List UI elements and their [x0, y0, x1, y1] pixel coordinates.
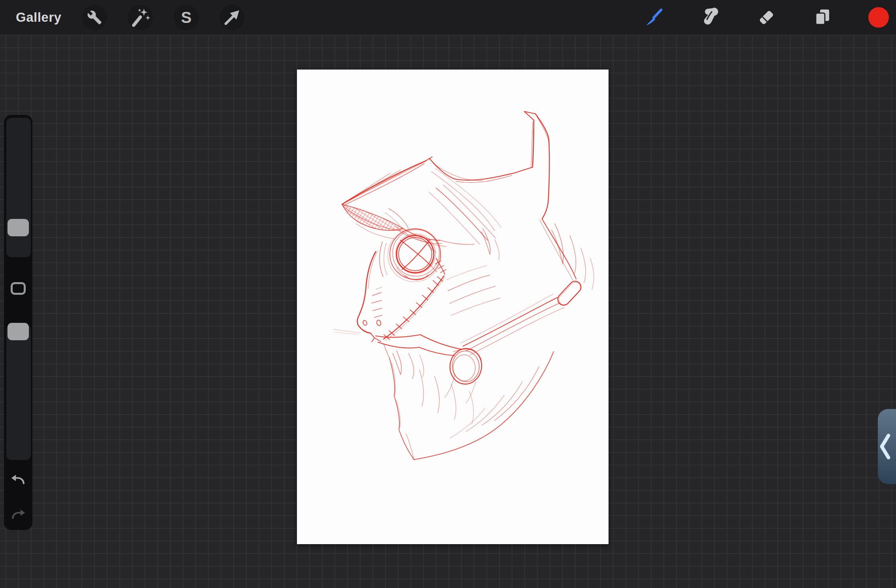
color-swatch-icon: [866, 5, 891, 30]
opacity-slider[interactable]: [6, 324, 31, 460]
paintbrush-icon: [641, 5, 667, 30]
color-swatch-button[interactable]: [866, 5, 891, 30]
selection-button[interactable]: S: [174, 5, 199, 30]
eraser-tool-button[interactable]: [754, 5, 779, 30]
brush-tool-button[interactable]: [641, 5, 667, 30]
smudge-tool-button[interactable]: [698, 5, 723, 30]
svg-text:S: S: [181, 9, 192, 26]
red-sketch-artwork: [297, 70, 609, 544]
modify-button[interactable]: [11, 282, 26, 295]
undo-icon: [9, 471, 27, 489]
wrench-icon: [82, 5, 107, 30]
sidebar-pull-tab[interactable]: [878, 409, 896, 484]
actions-button[interactable]: [82, 5, 107, 30]
drawing-canvas[interactable]: [297, 70, 609, 544]
smudge-icon: [698, 5, 723, 30]
eraser-icon: [754, 5, 779, 30]
adjustments-button[interactable]: [128, 5, 153, 30]
opacity-slider-handle[interactable]: [8, 323, 29, 340]
top-toolbar: Gallery S: [0, 0, 896, 35]
procreate-window: Gallery S: [0, 0, 896, 588]
transform-button[interactable]: [219, 5, 245, 30]
layers-tool-button[interactable]: [810, 5, 835, 30]
undo-button[interactable]: [9, 471, 27, 489]
chevron-left-icon: [878, 431, 894, 462]
magic-wand-icon: [128, 5, 153, 30]
redo-icon: [9, 506, 27, 524]
transform-arrow-icon: [219, 5, 245, 30]
layers-icon: [810, 5, 835, 30]
brush-sidebar: [4, 115, 32, 530]
redo-button[interactable]: [9, 506, 27, 524]
toolbar-right-group: [641, 5, 891, 30]
brush-size-slider-handle[interactable]: [8, 219, 29, 236]
selection-s-icon: S: [174, 5, 199, 30]
gallery-button[interactable]: Gallery: [16, 10, 61, 25]
brush-size-slider[interactable]: [6, 118, 31, 257]
